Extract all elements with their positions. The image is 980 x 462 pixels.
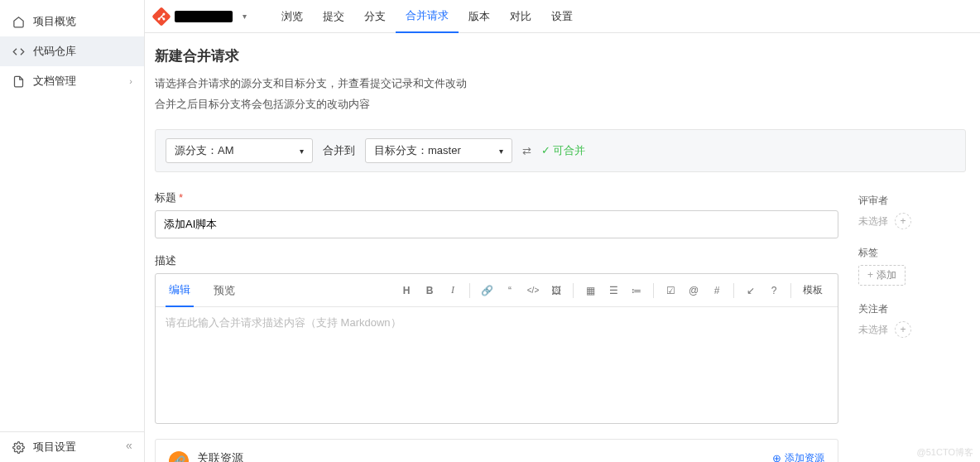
tab-commits[interactable]: 提交 <box>313 0 354 33</box>
merge-to-label: 合并到 <box>323 143 355 158</box>
italic-icon[interactable]: I <box>443 281 463 301</box>
reviewer-unset: 未选择 <box>858 214 888 229</box>
reviewer-label: 评审者 <box>858 194 966 208</box>
sidebar-item-repo[interactable]: 代码仓库 <box>0 36 144 66</box>
swap-branches-icon[interactable]: ⇄ <box>522 145 531 157</box>
tag-label: 标签 <box>858 246 966 260</box>
mergeable-status: 可合并 <box>541 143 585 158</box>
fullscreen-icon[interactable]: ↙ <box>741 281 761 301</box>
sidebar-item-label: 代码仓库 <box>33 44 76 59</box>
add-reviewer-button[interactable]: + <box>895 213 911 229</box>
page-subtitle-2: 合并之后目标分支将会包括源分支的改动内容 <box>155 94 980 115</box>
tab-browse[interactable]: 浏览 <box>271 0 313 33</box>
watermark: @51CTO博客 <box>917 446 973 459</box>
source-branch-select[interactable]: 源分支：AM ▾ <box>166 138 313 163</box>
chevron-down-icon: ▾ <box>499 147 503 156</box>
doc-icon <box>12 75 25 88</box>
add-resource-button[interactable]: 添加资源 <box>772 451 824 462</box>
template-button[interactable]: 模板 <box>798 283 828 297</box>
chevron-right-icon: › <box>129 76 132 86</box>
mention-icon[interactable]: @ <box>684 281 704 301</box>
title-label: 标题* <box>155 190 838 205</box>
list-ul-icon[interactable]: ☰ <box>603 281 623 301</box>
heading-icon[interactable]: H <box>396 281 416 301</box>
tab-settings[interactable]: 设置 <box>541 0 583 33</box>
follower-label: 关注者 <box>858 302 966 316</box>
table-icon[interactable]: ▦ <box>580 281 600 301</box>
branch-selector-bar: 源分支：AM ▾ 合并到 目标分支：master ▾ ⇄ 可合并 <box>155 129 966 172</box>
page-subtitle-1: 请选择合并请求的源分支和目标分支，并查看提交记录和文件改动 <box>155 74 980 94</box>
sidebar-item-label: 项目概览 <box>33 14 76 29</box>
title-input[interactable] <box>155 210 838 238</box>
related-resources-box: 🔗 关联资源 点击右上角"+"关联项目资源（里程碑、任务、合并请求等）及添加外部… <box>155 439 838 462</box>
description-editor: 编辑 预览 H B I 🔗 “ </> 🖼 <box>155 273 838 424</box>
svg-point-0 <box>17 445 20 449</box>
add-follower-button[interactable]: + <box>895 321 911 338</box>
tab-compare[interactable]: 对比 <box>500 0 541 33</box>
resource-title: 关联资源 <box>197 451 772 462</box>
tab-releases[interactable]: 版本 <box>459 0 500 33</box>
repo-name-redacted <box>175 11 233 22</box>
hash-icon[interactable]: # <box>707 281 727 301</box>
chevron-down-icon: ▾ <box>300 147 304 156</box>
help-icon[interactable]: ? <box>764 281 784 301</box>
sidebar-item-label: 文档管理 <box>33 74 76 89</box>
code-icon[interactable]: </> <box>523 281 543 301</box>
bold-icon[interactable]: B <box>420 281 440 301</box>
code-icon <box>12 45 25 58</box>
editor-tab-preview[interactable]: 预览 <box>210 274 238 307</box>
follower-unset: 未选择 <box>858 323 888 337</box>
editor-tab-edit[interactable]: 编辑 <box>166 274 194 307</box>
sidebar-item-overview[interactable]: 项目概览 <box>0 7 144 36</box>
repo-switch-caret[interactable]: ▾ <box>243 12 247 21</box>
git-icon <box>150 4 173 27</box>
sidebar-item-settings[interactable]: 项目设置 » <box>0 432 144 462</box>
editor-toolbar: H B I 🔗 “ </> 🖼 ▦ ☰ <box>396 281 828 301</box>
link-icon[interactable]: 🔗 <box>477 281 497 301</box>
description-textarea[interactable]: 请在此输入合并请求描述内容（支持 Markdown） <box>156 307 838 423</box>
sidebar-settings-label: 项目设置 <box>33 440 76 455</box>
sidebar: 项目概览 代码仓库 文档管理 › <box>0 0 145 462</box>
target-branch-select[interactable]: 目标分支：master ▾ <box>365 138 512 163</box>
tab-merge-requests[interactable]: 合并请求 <box>396 0 459 33</box>
repo-tabs: ▾ 浏览 提交 分支 合并请求 版本 对比 设置 <box>145 0 980 33</box>
list-ol-icon[interactable]: ≔ <box>627 281 646 301</box>
gear-icon <box>12 440 25 454</box>
tab-branches[interactable]: 分支 <box>354 0 396 33</box>
link-icon: 🔗 <box>169 451 189 462</box>
home-icon <box>12 15 25 28</box>
add-tag-button[interactable]: 添加 <box>858 265 906 286</box>
page-title: 新建合并请求 <box>155 46 980 65</box>
desc-label: 描述 <box>155 253 838 268</box>
image-icon[interactable]: 🖼 <box>546 281 566 301</box>
quote-icon[interactable]: “ <box>500 281 520 301</box>
collapse-icon[interactable]: » <box>126 440 132 454</box>
checkbox-icon[interactable]: ☑ <box>661 281 680 301</box>
sidebar-item-docs[interactable]: 文档管理 › <box>0 66 144 96</box>
